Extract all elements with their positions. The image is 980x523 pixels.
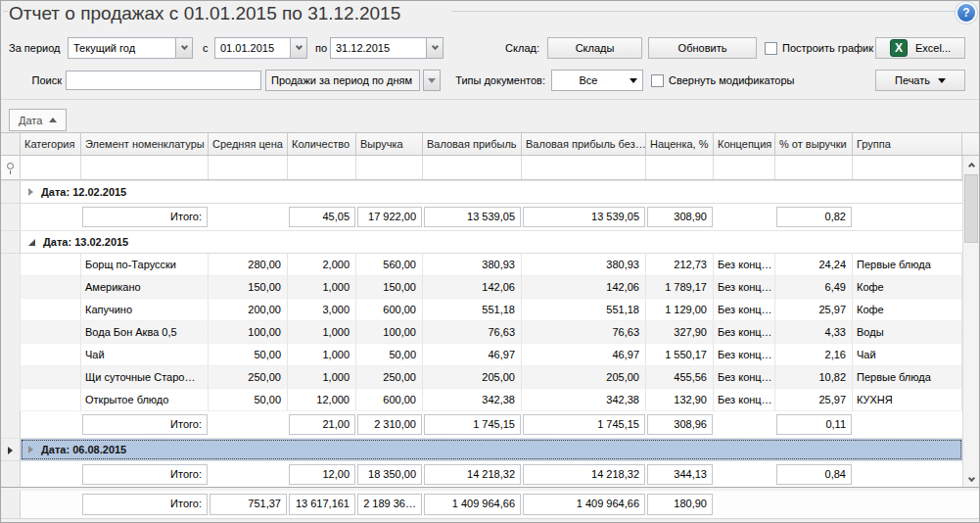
cell-markup[interactable]: 455,56 (646, 366, 714, 389)
view-mode-combobox[interactable]: Продажи за период по дням (265, 70, 441, 91)
cell-rev[interactable]: 150,00 (356, 276, 423, 299)
help-icon[interactable]: ? (957, 4, 975, 22)
column-header-cat[interactable]: Категория (21, 133, 81, 155)
cell-rev[interactable]: 600,00 (356, 299, 423, 321)
scroll-down-button[interactable] (963, 471, 979, 488)
scrollbar-thumb[interactable] (964, 174, 978, 243)
chevron-down-icon[interactable] (290, 38, 306, 58)
cell-gross[interactable]: 342,38 (423, 389, 522, 411)
cell-gross[interactable]: 380,93 (423, 254, 522, 276)
cell-pct[interactable]: 10,82 (775, 366, 853, 389)
column-header-gross[interactable]: Валовая прибыль (423, 133, 522, 155)
cell-name[interactable]: Щи суточные Старо… (81, 366, 209, 389)
cell-cat[interactable] (21, 254, 81, 276)
cell-pct[interactable]: 6,49 (775, 276, 853, 299)
cell-concept[interactable]: Без конц… (714, 366, 775, 389)
filter-cell-markup[interactable] (646, 156, 714, 179)
cell-gross[interactable]: 205,00 (423, 366, 522, 389)
filter-cell-qty[interactable] (288, 156, 356, 179)
cell-name[interactable]: Борщ по-Тарусски (81, 254, 209, 276)
filter-cell-concept[interactable] (714, 156, 775, 179)
table-row[interactable]: Капучино200,003,000600,00551,18551,181 1… (1, 299, 962, 321)
build-chart-checkbox[interactable]: Построить график (765, 37, 873, 59)
table-row[interactable]: Вода Бон Аква 0,5100,001,000100,0076,637… (1, 321, 962, 344)
cell-concept[interactable]: Без конц… (714, 299, 775, 321)
cell-qty[interactable]: 1,000 (288, 321, 356, 344)
column-header-markup[interactable]: Наценка, % (646, 133, 714, 155)
cell-name[interactable]: Открытое блюдо (81, 389, 209, 411)
cell-markup[interactable]: 1 789,17 (646, 276, 714, 299)
cell-price[interactable]: 280,00 (209, 254, 288, 276)
column-header-price[interactable]: Средняя цена (209, 133, 288, 155)
date-to-combobox[interactable]: 31.12.2015 (330, 37, 443, 59)
cell-rev[interactable]: 50,00 (356, 344, 423, 366)
vertical-scrollbar[interactable] (962, 156, 979, 488)
cell-pct[interactable]: 25,97 (775, 299, 853, 321)
cell-gross2[interactable]: 380,93 (522, 254, 646, 276)
cell-price[interactable]: 200,00 (209, 299, 288, 321)
chevron-down-icon[interactable] (426, 38, 443, 58)
cell-concept[interactable]: Без конц… (714, 254, 775, 276)
cell-name[interactable]: Капучино (81, 299, 209, 321)
cell-price[interactable]: 50,00 (209, 344, 288, 366)
cell-rev[interactable]: 560,00 (356, 254, 423, 276)
cell-pct[interactable]: 2,16 (775, 344, 853, 366)
cell-cat[interactable] (21, 389, 81, 411)
checkbox-box[interactable] (765, 42, 777, 55)
cell-rev[interactable]: 250,00 (356, 366, 423, 389)
cell-qty[interactable]: 3,000 (288, 299, 356, 321)
stores-button[interactable]: Склады (547, 37, 642, 59)
cell-qty[interactable]: 2,000 (288, 254, 356, 276)
cell-markup[interactable]: 1 550,17 (646, 344, 714, 366)
column-header-gross2[interactable]: Валовая прибыль без… (522, 133, 646, 155)
column-header-grp[interactable]: Группа (853, 133, 962, 155)
cell-markup[interactable]: 327,90 (646, 321, 714, 344)
collapse-modifiers-checkbox[interactable]: Свернуть модификаторы (651, 70, 794, 91)
cell-name[interactable]: Чай (81, 344, 209, 366)
collapse-icon[interactable] (28, 239, 35, 246)
group-row[interactable]: Дата: 12.02.2015 (1, 180, 962, 204)
cell-name[interactable]: Американо (81, 276, 209, 299)
cell-qty[interactable]: 1,000 (288, 366, 356, 389)
table-row[interactable]: Открытое блюдо50,0012,000600,00342,38342… (1, 389, 962, 411)
cell-gross2[interactable]: 342,38 (522, 389, 646, 411)
cell-price[interactable]: 100,00 (209, 321, 288, 344)
column-header-rev[interactable]: Выручка (356, 133, 423, 155)
column-header-qty[interactable]: Количество (288, 133, 356, 155)
cell-pct[interactable]: 25,97 (775, 389, 853, 411)
cell-qty[interactable]: 1,000 (288, 276, 356, 299)
column-header-name[interactable]: Элемент номенклатуры (81, 133, 209, 155)
cell-price[interactable]: 150,00 (209, 276, 288, 299)
filter-cell-grp[interactable] (853, 156, 962, 179)
filter-cell-price[interactable] (209, 156, 288, 179)
cell-grp[interactable]: Кофе (853, 299, 962, 321)
cell-price[interactable]: 50,00 (209, 389, 288, 411)
table-row[interactable]: Щи суточные Старо…250,001,000250,00205,0… (1, 366, 962, 389)
cell-gross2[interactable]: 551,18 (522, 299, 646, 321)
cell-name[interactable]: Вода Бон Аква 0,5 (81, 321, 209, 344)
cell-gross[interactable]: 142,06 (423, 276, 522, 299)
cell-grp[interactable]: Чай (853, 344, 962, 366)
cell-gross[interactable]: 46,97 (423, 344, 522, 366)
cell-rev[interactable]: 100,00 (356, 321, 423, 344)
cell-grp[interactable]: КУХНЯ (853, 389, 962, 411)
cell-pct[interactable]: 4,33 (775, 321, 853, 344)
excel-button[interactable]: X Excel... (875, 37, 965, 59)
scroll-up-button[interactable] (963, 156, 979, 172)
period-combobox[interactable]: Текущий год (68, 37, 193, 59)
filter-cell-gross2[interactable] (522, 156, 646, 179)
cell-qty[interactable]: 12,000 (288, 389, 356, 411)
cell-concept[interactable]: Без конц… (714, 276, 775, 299)
cell-qty[interactable]: 1,000 (288, 344, 356, 366)
refresh-button[interactable]: Обновить (648, 37, 757, 59)
expand-icon[interactable] (28, 446, 33, 453)
doc-types-combobox[interactable]: Все (551, 70, 643, 91)
filter-cell-rev[interactable] (356, 156, 423, 179)
search-input[interactable] (66, 71, 261, 90)
cell-cat[interactable] (21, 366, 81, 389)
cell-cat[interactable] (21, 321, 81, 344)
cell-markup[interactable]: 1 129,00 (646, 299, 714, 321)
cell-gross2[interactable]: 46,97 (522, 344, 646, 366)
cell-grp[interactable]: Первые блюда (853, 254, 962, 276)
group-row[interactable]: Дата: 06.08.2015 (1, 438, 962, 461)
